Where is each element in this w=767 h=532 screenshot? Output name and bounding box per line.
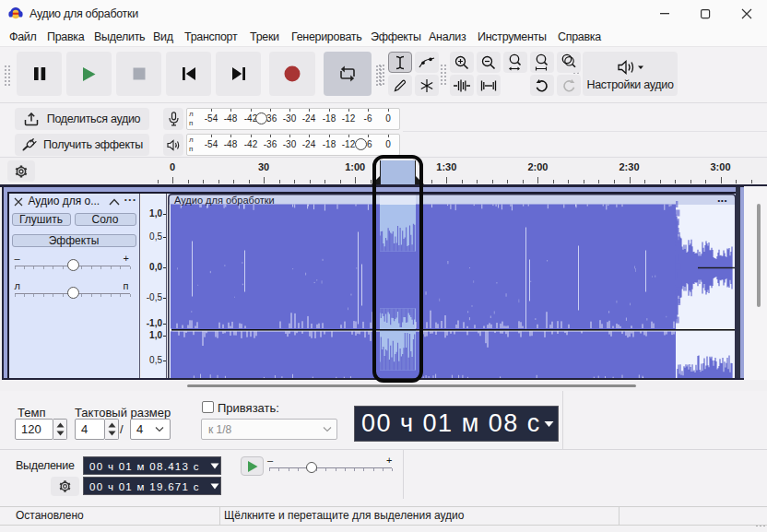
svg-text:Аудио для обработки: Аудио для обработки [174,194,275,205]
svg-text:...: ... [717,194,727,205]
